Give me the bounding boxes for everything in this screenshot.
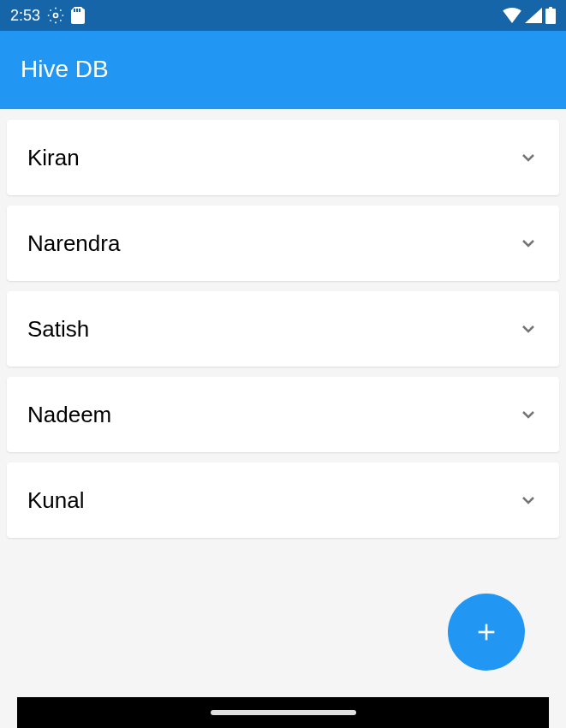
chevron-down-icon	[518, 233, 539, 254]
gear-icon	[47, 7, 64, 24]
svg-rect-5	[549, 7, 552, 9]
sd-card-icon	[71, 7, 85, 24]
svg-rect-2	[76, 9, 78, 12]
chevron-down-icon	[518, 490, 539, 510]
chevron-down-icon	[518, 319, 539, 339]
svg-rect-4	[545, 9, 556, 24]
battery-icon	[545, 7, 556, 24]
list-item[interactable]: Kunal	[7, 462, 559, 538]
app-bar: Hive DB	[0, 31, 566, 109]
list-item-label: Satish	[27, 316, 89, 343]
status-time: 2:53	[10, 7, 40, 25]
plus-icon	[473, 618, 500, 646]
home-indicator[interactable]	[211, 710, 356, 715]
list-item[interactable]: Narendra	[7, 206, 559, 281]
add-button[interactable]	[448, 594, 525, 671]
status-bar: 2:53	[0, 0, 566, 31]
app-title: Hive DB	[21, 56, 109, 83]
signal-icon	[525, 8, 542, 23]
svg-rect-1	[74, 9, 75, 12]
list-item[interactable]: Kiran	[7, 120, 559, 195]
svg-rect-3	[79, 9, 80, 12]
list-item-label: Kiran	[27, 145, 80, 171]
status-right	[503, 7, 556, 24]
navigation-bar	[17, 697, 549, 728]
list-item-label: Kunal	[27, 487, 85, 514]
chevron-down-icon	[518, 404, 539, 425]
svg-point-0	[54, 14, 58, 18]
wifi-icon	[503, 8, 521, 23]
list-item-label: Nadeem	[27, 402, 111, 428]
content-list: Kiran Narendra Satish Nadeem	[0, 109, 566, 538]
list-item[interactable]: Satish	[7, 291, 559, 367]
chevron-down-icon	[518, 147, 539, 168]
status-left: 2:53	[10, 7, 85, 25]
list-item-label: Narendra	[27, 230, 120, 257]
list-item[interactable]: Nadeem	[7, 377, 559, 452]
